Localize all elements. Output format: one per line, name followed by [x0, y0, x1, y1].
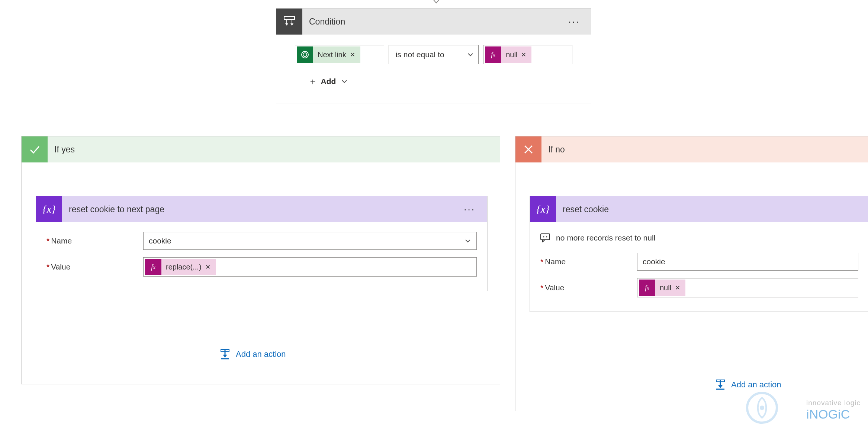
token-label: null	[660, 284, 671, 292]
fx-icon: fx	[485, 46, 501, 63]
remove-token-icon[interactable]: ✕	[521, 51, 526, 59]
svg-rect-0	[284, 16, 295, 19]
add-action-if-yes[interactable]: Add an action	[219, 349, 286, 360]
action-header[interactable]: {x} reset cookie	[530, 196, 868, 222]
condition-left-operand[interactable]: Next link ✕	[295, 45, 384, 64]
token-label: replace(...)	[166, 263, 202, 271]
action-menu-button[interactable]: ···	[459, 201, 480, 218]
remove-token-icon[interactable]: ✕	[350, 51, 355, 59]
add-label: Add	[321, 77, 336, 86]
remove-token-icon[interactable]: ✕	[205, 263, 210, 271]
condition-right-operand[interactable]: fx null ✕	[483, 45, 572, 64]
variable-icon: {x}	[36, 196, 62, 222]
action-title: reset cookie to next page	[69, 204, 164, 214]
chevron-down-icon	[464, 238, 471, 244]
variable-icon: {x}	[530, 196, 556, 222]
name-value: cookie	[643, 257, 665, 266]
token-label: Next link	[318, 51, 346, 59]
svg-rect-4	[541, 234, 550, 240]
condition-icon	[276, 9, 302, 35]
name-input[interactable]: cookie	[637, 253, 858, 271]
add-action-label: Add an action	[731, 380, 781, 390]
condition-menu-button[interactable]: ···	[564, 13, 584, 30]
comment-text: no more records reset to null	[556, 233, 655, 242]
if-no-header[interactable]: If no	[515, 136, 868, 162]
insert-step-icon	[219, 349, 231, 360]
if-yes-header[interactable]: If yes	[22, 136, 500, 162]
token-next-link[interactable]: Next link ✕	[297, 46, 360, 63]
token-null[interactable]: fx null ✕	[639, 280, 685, 296]
svg-point-5	[543, 236, 544, 238]
if-no-branch: If no {x} reset cookie no more records r…	[515, 136, 868, 411]
action-comment: no more records reset to null	[540, 228, 858, 249]
svg-point-6	[546, 236, 547, 238]
check-icon	[22, 136, 48, 162]
close-icon	[515, 136, 541, 162]
chevron-down-icon	[467, 51, 474, 58]
condition-operator-select[interactable]: is not equal to	[389, 45, 479, 64]
name-label: *Name	[46, 236, 143, 245]
condition-header[interactable]: Condition ···	[276, 9, 591, 35]
token-label: null	[506, 51, 517, 59]
chevron-down-icon	[341, 78, 348, 85]
fx-icon: fx	[145, 259, 161, 275]
token-replace[interactable]: fx replace(...) ✕	[145, 259, 216, 275]
action-header[interactable]: {x} reset cookie to next page ···	[36, 196, 487, 222]
add-condition-button[interactable]: ＋ Add	[295, 72, 361, 91]
token-null[interactable]: fx null ✕	[485, 46, 531, 63]
insert-step-icon	[715, 379, 726, 390]
value-label: *Value	[46, 262, 143, 271]
plus-icon: ＋	[308, 75, 317, 87]
fx-icon: fx	[639, 280, 655, 296]
remove-token-icon[interactable]: ✕	[675, 284, 680, 292]
connector-arrow-icon	[431, 0, 442, 5]
name-select[interactable]: cookie	[143, 232, 477, 250]
value-input[interactable]: fx null ✕	[637, 278, 858, 297]
dataverse-icon	[297, 46, 313, 63]
if-yes-title: If yes	[54, 145, 75, 155]
if-yes-action-card: {x} reset cookie to next page ··· *Name …	[36, 196, 488, 291]
if-no-title: If no	[548, 145, 565, 155]
value-input[interactable]: fx replace(...) ✕	[143, 257, 477, 277]
comment-icon	[540, 233, 550, 242]
condition-title: Condition	[309, 17, 345, 27]
if-yes-branch: If yes {x} reset cookie to next page ···…	[21, 136, 500, 384]
value-label: *Value	[540, 283, 637, 292]
condition-card: Condition ··· Next link ✕ is not equal t…	[276, 8, 591, 103]
operator-label: is not equal to	[396, 50, 444, 59]
condition-body: Next link ✕ is not equal to fx null ✕	[276, 35, 591, 103]
add-action-label: Add an action	[236, 349, 286, 359]
name-value: cookie	[149, 236, 171, 245]
action-title: reset cookie	[563, 204, 609, 214]
name-label: *Name	[540, 257, 637, 266]
if-no-action-card: {x} reset cookie no more records reset t…	[530, 196, 868, 312]
svg-point-3	[302, 51, 308, 58]
add-action-if-no[interactable]: Add an action	[715, 379, 781, 390]
